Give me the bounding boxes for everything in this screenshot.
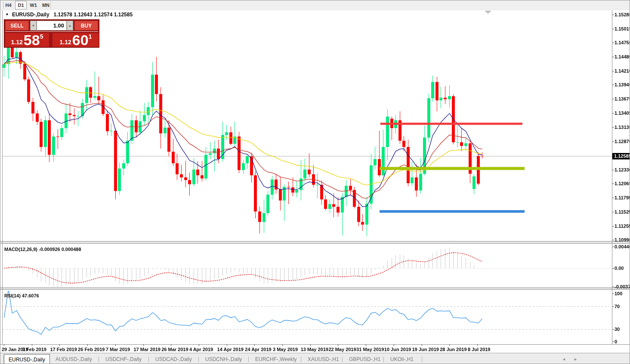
date-axis-label: 19 Jun 2019	[412, 347, 439, 352]
rsi-indicator-label: RSI(14) 47.6076	[4, 293, 39, 298]
chart-symbol-label: EURUSD-,Daily	[12, 12, 49, 18]
sell-price-display[interactable]: 1.12 58 5	[5, 33, 49, 47]
sell-price-pip: 5	[40, 33, 43, 40]
tab-xauusd-h1[interactable]: XAUUSD-,H1	[303, 355, 343, 364]
price-axis-label: 1.11255	[615, 223, 630, 229]
indicator-axis-label: 100	[615, 291, 622, 297]
current-price-tag: 1.12585	[612, 153, 630, 159]
indicator-axis-label: 0.004465	[615, 244, 630, 250]
date-axis-label: 3 May 2019	[273, 347, 298, 352]
timeframe-button-d1[interactable]: D1	[15, 1, 27, 9]
price-axis-label: 1.12870	[615, 139, 630, 144]
indicator-axis-label: 70	[615, 304, 620, 309]
date-axis-label: 17 Feb 2019	[50, 347, 77, 352]
price-axis-label: 1.15015	[615, 26, 630, 32]
tab-separator	[248, 357, 249, 362]
tab-usdchf-daily[interactable]: USDCHF-,Daily	[101, 355, 146, 364]
buy-button[interactable]: BUY	[74, 21, 98, 31]
tab-bar-grip[interactable]	[2, 355, 3, 363]
price-axis-label: 1.11525	[615, 209, 630, 215]
tab-separator	[148, 357, 149, 362]
trade-panel-top-row: SELL ▼ ▲ BUY	[5, 21, 98, 32]
tab-eurusd-daily[interactable]: EURUSD-,Daily	[4, 354, 50, 364]
ohlc-values: 1.12578 1.12643 1.12574 1.12585	[54, 12, 133, 18]
sell-button[interactable]: SELL	[5, 21, 29, 31]
tab-audusd-daily[interactable]: AUDUSD-,Daily	[51, 355, 96, 364]
price-axis-label: 1.14480	[615, 54, 630, 60]
chart-shift-marker-icon[interactable]	[485, 11, 491, 14]
price-axis-label: 1.13135	[615, 125, 630, 130]
tab-separator	[422, 357, 422, 362]
timeframe-button-h4[interactable]: H4	[3, 1, 14, 9]
date-axis-label: 14 Apr 2019	[217, 347, 244, 352]
date-axis-label: 17 Mar 2019	[134, 347, 161, 352]
tab-scroll-right-icon[interactable]: ►	[574, 357, 578, 361]
tab-separator	[301, 357, 301, 362]
one-click-trade-panel: SELL ▼ ▲ BUY 1.12 58 5 1.12 60 1	[4, 19, 99, 48]
date-axis-label: 28 Jun 2019	[440, 347, 466, 352]
price-axis-label: 1.12065	[615, 181, 630, 187]
chart-region: ▲EURUSD-,Daily1.12578 1.12643 1.12574 1.…	[0, 10, 630, 353]
chart-tab-bar: ◄ ► EURUSD-,DailyAUDUSD-,DailyUSDCHF-,Da…	[0, 353, 630, 364]
date-axis-label: 24 Apr 2019	[245, 347, 271, 352]
panel-collapse-icon[interactable]: ▲	[5, 12, 9, 16]
price-axis-label: 1.13405	[615, 110, 630, 116]
volume-increase-icon[interactable]: ▲	[67, 21, 73, 31]
tab-separator	[383, 357, 384, 362]
buy-price-main: 60	[72, 34, 89, 46]
price-axis-label: 1.11795	[615, 195, 630, 201]
tab-scroll-left-icon[interactable]: ◄	[562, 357, 566, 361]
timeframe-button-w1[interactable]: W1	[28, 1, 39, 9]
price-axis-label: 1.14750	[615, 40, 630, 46]
price-axis-label: 1.13945	[615, 82, 630, 88]
date-axis-label: 8 Jul 2019	[468, 347, 491, 352]
tab-usdcnh-daily[interactable]: USDCNH-,Daily	[201, 355, 246, 364]
price-axis-label: 1.13675	[615, 96, 630, 102]
tab-eurchf-weekly[interactable]: EURCHF-,Weekly	[251, 355, 301, 364]
sell-price-main: 58	[24, 34, 40, 46]
timeframe-button-mn[interactable]: MN	[40, 1, 52, 9]
tab-separator	[99, 357, 99, 362]
tab-separator	[342, 357, 343, 362]
volume-decrease-icon[interactable]: ▼	[30, 21, 37, 31]
tab-usdcad-daily[interactable]: USDCAD-,Daily	[151, 355, 196, 364]
chart-ohlc-header: ▲EURUSD-,Daily1.12578 1.12643 1.12574 1.…	[5, 12, 133, 18]
date-axis-label: 4 Apr 2019	[189, 347, 213, 352]
tab-gbpusd-h1[interactable]: GBPUSD-,H1	[345, 355, 385, 364]
date-axis-label: 7 Feb 2019	[22, 347, 46, 352]
buy-price-prefix: 1.12	[60, 39, 71, 46]
price-axis-label: 1.10990	[615, 237, 630, 243]
date-axis-label: 13 May 2019	[301, 347, 328, 352]
date-axis-label: 7 Mar 2019	[106, 347, 130, 352]
date-axis-label: 26 Mar 2019	[161, 347, 188, 352]
price-axis-label: 1.12330	[615, 167, 630, 173]
volume-input[interactable]	[37, 21, 67, 31]
indicator-axis-label: 30	[615, 327, 620, 332]
timeframe-toolbar: H4D1W1MN	[0, 0, 630, 11]
indicator-axis-label: 0.00	[615, 266, 624, 271]
date-axis-label: 22 May 2019	[328, 347, 356, 352]
indicator-axis-label: 0	[615, 339, 617, 345]
tab-separator	[198, 357, 199, 362]
buy-price-display[interactable]: 1.12 60 1	[52, 33, 99, 47]
toolbar-separator	[50, 1, 51, 9]
date-axis-label: 31 May 2019	[356, 347, 384, 352]
buy-price-pip: 1	[89, 33, 92, 40]
date-axis-label: 26 Feb 2019	[78, 347, 105, 352]
macd-indicator-label: MACD(12,26,9) -0.000926 0.000488	[4, 247, 81, 252]
indicator-axis-label: -0.003715	[615, 284, 630, 290]
price-axis-label: 1.15285	[615, 12, 630, 18]
price-axis-label: 1.14210	[615, 68, 630, 74]
sell-price-prefix: 1.12	[11, 39, 23, 46]
tab-ukoil-h1[interactable]: UKOil-,H1	[386, 355, 418, 364]
mt4-window: H4D1W1MN ▲EURUSD-,Daily1.12578 1.12643 1…	[0, 0, 630, 364]
price-chart-canvas[interactable]	[0, 10, 630, 353]
date-axis-label: 10 Jun 2019	[384, 347, 411, 352]
